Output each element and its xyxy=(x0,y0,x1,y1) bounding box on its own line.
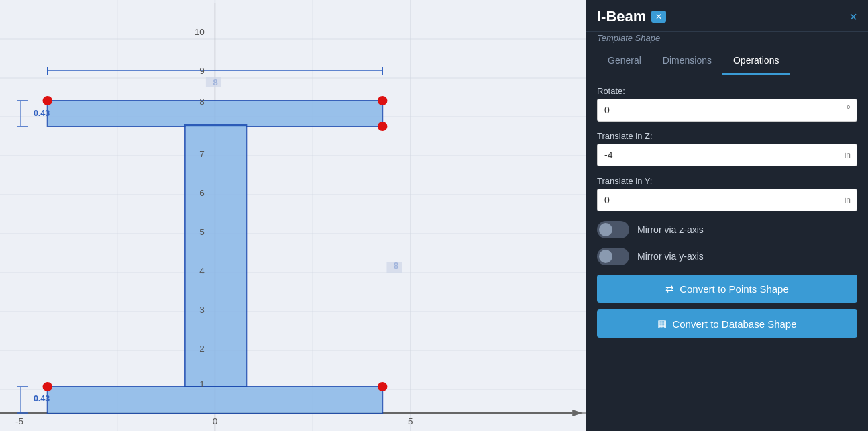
svg-text:7: 7 xyxy=(199,149,205,159)
mirror-z-label: Mirror via z-axis xyxy=(637,224,704,235)
mirror-z-slider xyxy=(597,221,629,238)
svg-rect-55 xyxy=(386,262,402,273)
svg-text:2: 2 xyxy=(199,344,205,354)
svg-text:8: 8 xyxy=(199,97,205,107)
delete-button[interactable]: ✕ xyxy=(651,11,666,23)
svg-rect-1 xyxy=(0,0,586,431)
panel-content: Rotate: ° Translate in Z: in Translate i… xyxy=(586,75,868,431)
translate-z-input-wrapper: in xyxy=(597,144,857,166)
svg-point-23 xyxy=(42,96,52,105)
convert-db-button[interactable]: ▦ Convert to Database Shape xyxy=(597,309,857,338)
translate-z-input[interactable] xyxy=(597,144,857,166)
svg-text:4: 4 xyxy=(199,266,205,276)
panel-title: I-Beam xyxy=(597,8,646,26)
convert-db-label: Convert to Database Shape xyxy=(672,318,796,330)
svg-point-25 xyxy=(378,122,388,131)
svg-text:1: 1 xyxy=(199,379,205,389)
mirror-z-toggle[interactable] xyxy=(597,221,629,238)
convert-db-icon: ▦ xyxy=(657,318,667,330)
mirror-y-slider xyxy=(597,248,629,265)
translate-y-unit: in xyxy=(845,195,851,205)
mirror-y-toggle[interactable] xyxy=(597,248,629,265)
translate-y-group: Translate in Y: in xyxy=(597,176,857,211)
translate-y-input[interactable] xyxy=(597,189,857,211)
svg-rect-21 xyxy=(185,125,247,387)
svg-text:0: 0 xyxy=(213,416,218,426)
svg-text:0.43: 0.43 xyxy=(34,109,50,118)
rotate-input-wrapper: ° xyxy=(597,99,857,122)
convert-points-label: Convert to Points Shape xyxy=(680,283,789,295)
tab-dimensions[interactable]: Dimensions xyxy=(652,48,722,75)
svg-rect-22 xyxy=(48,387,382,414)
canvas-area: 10 9 8 7 6 5 4 3 2 1 0 5 -5 0.43 0.43 8 … xyxy=(0,0,586,431)
tab-operations[interactable]: Operations xyxy=(722,48,790,75)
svg-text:6: 6 xyxy=(199,188,205,198)
mirror-z-row: Mirror via z-axis xyxy=(597,221,857,238)
translate-z-label: Translate in Z: xyxy=(597,131,857,141)
svg-text:0.43: 0.43 xyxy=(34,394,50,403)
svg-text:3: 3 xyxy=(199,305,205,315)
svg-rect-54 xyxy=(206,77,221,87)
svg-text:10: 10 xyxy=(195,27,205,37)
svg-text:5: 5 xyxy=(408,416,413,426)
rotate-input[interactable] xyxy=(597,99,857,122)
panel-subtitle: Template Shape xyxy=(586,32,868,48)
rotate-group: Rotate: ° xyxy=(597,86,857,122)
rotate-label: Rotate: xyxy=(597,86,857,96)
rotate-unit: ° xyxy=(847,104,851,116)
svg-point-26 xyxy=(42,382,52,391)
convert-points-icon: ⇄ xyxy=(665,283,674,295)
svg-text:9: 9 xyxy=(199,66,205,76)
panel-header: I-Beam ✕ × xyxy=(586,0,868,32)
tab-general[interactable]: General xyxy=(597,48,652,75)
convert-points-button[interactable]: ⇄ Convert to Points Shape xyxy=(597,275,857,303)
tabs-container: General Dimensions Operations xyxy=(586,48,868,75)
mirror-y-label: Mirror via y-axis xyxy=(637,251,704,262)
translate-y-label: Translate in Y: xyxy=(597,176,857,186)
translate-y-input-wrapper: in xyxy=(597,189,857,211)
translate-z-unit: in xyxy=(845,150,851,160)
right-panel: I-Beam ✕ × Template Shape General Dimens… xyxy=(586,0,868,431)
svg-text:5: 5 xyxy=(199,227,205,237)
close-button[interactable]: × xyxy=(849,9,857,25)
svg-rect-20 xyxy=(48,101,382,126)
mirror-y-row: Mirror via y-axis xyxy=(597,248,857,265)
svg-point-24 xyxy=(378,96,388,105)
translate-z-group: Translate in Z: in xyxy=(597,131,857,166)
svg-point-27 xyxy=(378,382,388,391)
svg-text:-5: -5 xyxy=(15,416,23,426)
